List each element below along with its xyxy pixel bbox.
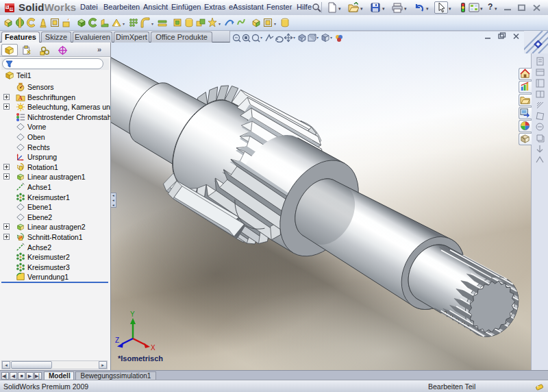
- svg-text:Y: Y: [130, 310, 135, 318]
- svg-text:A: A: [18, 95, 23, 101]
- svg-text:W: W: [10, 7, 14, 11]
- svg-text:X: X: [151, 344, 155, 351]
- svg-text:Z: Z: [115, 336, 119, 344]
